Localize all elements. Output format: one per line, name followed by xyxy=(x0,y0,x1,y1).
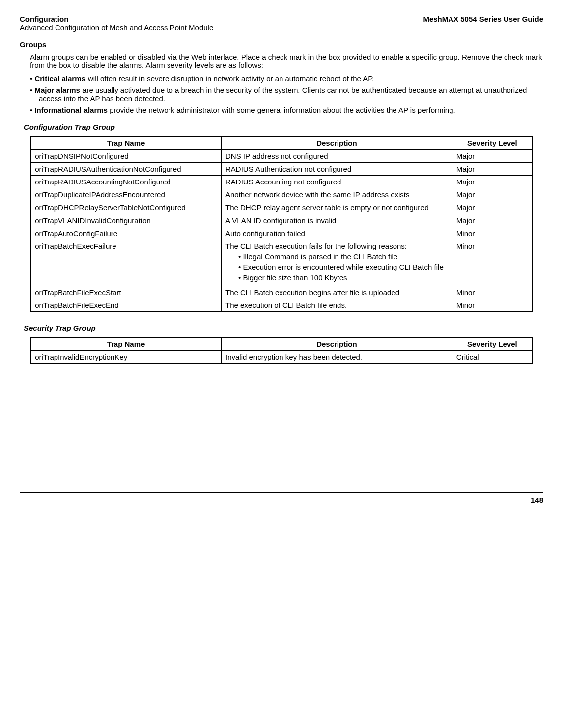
cell-description: A VLAN ID configuration is invalid xyxy=(221,214,452,227)
groups-heading: Groups xyxy=(20,40,543,49)
header-section: Configuration xyxy=(20,15,68,23)
cell-trap-name: oriTrapDHCPRelayServerTableNotConfigured xyxy=(31,201,222,214)
list-item: Illegal Command is parsed in the CLI Bat… xyxy=(238,252,448,261)
header-subtitle: Advanced Configuration of Mesh and Acces… xyxy=(20,23,213,32)
header-left: Configuration Advanced Configuration of … xyxy=(20,15,213,32)
cell-trap-name: oriTrapDNSIPNotConfigured xyxy=(31,150,222,163)
cell-trap-name: oriTrapBatchFileExecEnd xyxy=(31,299,222,312)
cell-description: Auto configuration failed xyxy=(221,227,452,240)
cell-trap-name: oriTrapAutoConfigFailure xyxy=(31,227,222,240)
cell-severity: Minor xyxy=(452,227,532,240)
cell-trap-name: oriTrapInvalidEncryptionKey xyxy=(31,351,222,364)
cell-description: Another network device with the same IP … xyxy=(221,188,452,201)
security-trap-table: Trap Name Description Severity Level ori… xyxy=(30,337,533,364)
table-row: oriTrapAutoConfigFailure Auto configurat… xyxy=(31,227,533,240)
cell-trap-name: oriTrapRADIUSAccountingNotConfigured xyxy=(31,176,222,188)
table-row: oriTrapDNSIPNotConfigured DNS IP address… xyxy=(31,150,533,163)
intro-paragraph: Alarm groups can be enabled or disabled … xyxy=(30,53,543,69)
cell-description: The execution of CLI Batch file ends. xyxy=(221,299,452,312)
page-footer: 148 xyxy=(20,492,543,504)
config-trap-heading: Configuration Trap Group xyxy=(24,123,543,131)
desc-sublist: Illegal Command is parsed in the CLI Bat… xyxy=(225,252,448,282)
list-item: Major alarms are usually activated due t… xyxy=(30,86,543,103)
cell-description: RADIUS Accounting not configured xyxy=(221,176,452,188)
cell-severity: Major xyxy=(452,176,532,188)
cell-description: RADIUS Authentication not configured xyxy=(221,163,452,176)
cell-trap-name: oriTrapRADIUSAuthenticationNotConfigured xyxy=(31,163,222,176)
severity-list: Critical alarms will often result in sev… xyxy=(20,74,543,114)
cell-severity: Minor xyxy=(452,299,532,312)
table-header-row: Trap Name Description Severity Level xyxy=(31,338,533,351)
security-trap-heading: Security Trap Group xyxy=(24,324,543,332)
cell-description: Invalid encryption key has been detected… xyxy=(221,351,452,364)
cell-severity: Major xyxy=(452,163,532,176)
list-item: Informational alarms provide the network… xyxy=(30,106,543,114)
cell-severity: Major xyxy=(452,150,532,163)
cell-severity: Minor xyxy=(452,240,532,286)
cell-description: The DHCP relay agent server table is emp… xyxy=(221,201,452,214)
severity-bold: Major alarms xyxy=(34,86,80,94)
cell-description: DNS IP address not configured xyxy=(221,150,452,163)
table-row: oriTrapBatchExecFailure The CLI Batch ex… xyxy=(31,240,533,286)
severity-rest: are usually activated due to a breach in… xyxy=(39,86,527,103)
list-item: Execution error is encountered while exe… xyxy=(238,263,448,271)
th-severity: Severity Level xyxy=(452,338,532,351)
cell-description: The CLI Batch execution fails for the fo… xyxy=(221,240,452,286)
table-row: oriTrapInvalidEncryptionKey Invalid encr… xyxy=(31,351,533,364)
list-item: Critical alarms will often result in sev… xyxy=(30,74,543,83)
th-trap-name: Trap Name xyxy=(31,137,222,150)
table-header-row: Trap Name Description Severity Level xyxy=(31,137,533,150)
list-item: Bigger file size than 100 Kbytes xyxy=(238,273,448,282)
severity-rest: will often result in severe disruption i… xyxy=(86,74,374,83)
table-row: oriTrapDHCPRelayServerTableNotConfigured… xyxy=(31,201,533,214)
cell-severity: Critical xyxy=(452,351,532,364)
severity-bold: Critical alarms xyxy=(34,74,85,83)
severity-bold: Informational alarms xyxy=(34,106,108,114)
th-description: Description xyxy=(221,338,452,351)
cell-trap-name: oriTrapBatchExecFailure xyxy=(31,240,222,286)
desc-intro: The CLI Batch execution fails for the fo… xyxy=(225,242,407,250)
cell-severity: Minor xyxy=(452,286,532,299)
cell-severity: Major xyxy=(452,201,532,214)
cell-trap-name: oriTrapVLANIDInvalidConfiguration xyxy=(31,214,222,227)
th-severity: Severity Level xyxy=(452,137,532,150)
cell-description: The CLI Batch execution begins after fil… xyxy=(221,286,452,299)
header-guide: MeshMAX 5054 Series User Guide xyxy=(423,15,543,32)
cell-severity: Major xyxy=(452,214,532,227)
table-row: oriTrapRADIUSAccountingNotConfigured RAD… xyxy=(31,176,533,188)
table-row: oriTrapVLANIDInvalidConfiguration A VLAN… xyxy=(31,214,533,227)
table-row: oriTrapRADIUSAuthenticationNotConfigured… xyxy=(31,163,533,176)
page-number: 148 xyxy=(531,496,543,504)
config-trap-table: Trap Name Description Severity Level ori… xyxy=(30,136,533,312)
table-row: oriTrapBatchFileExecStart The CLI Batch … xyxy=(31,286,533,299)
th-trap-name: Trap Name xyxy=(31,338,222,351)
page-header: Configuration Advanced Configuration of … xyxy=(20,15,543,34)
table-row: oriTrapBatchFileExecEnd The execution of… xyxy=(31,299,533,312)
severity-rest: provide the network administrator with s… xyxy=(108,106,455,114)
table-row: oriTrapDuplicateIPAddressEncountered Ano… xyxy=(31,188,533,201)
cell-severity: Major xyxy=(452,188,532,201)
th-description: Description xyxy=(221,137,452,150)
cell-trap-name: oriTrapDuplicateIPAddressEncountered xyxy=(31,188,222,201)
cell-trap-name: oriTrapBatchFileExecStart xyxy=(31,286,222,299)
